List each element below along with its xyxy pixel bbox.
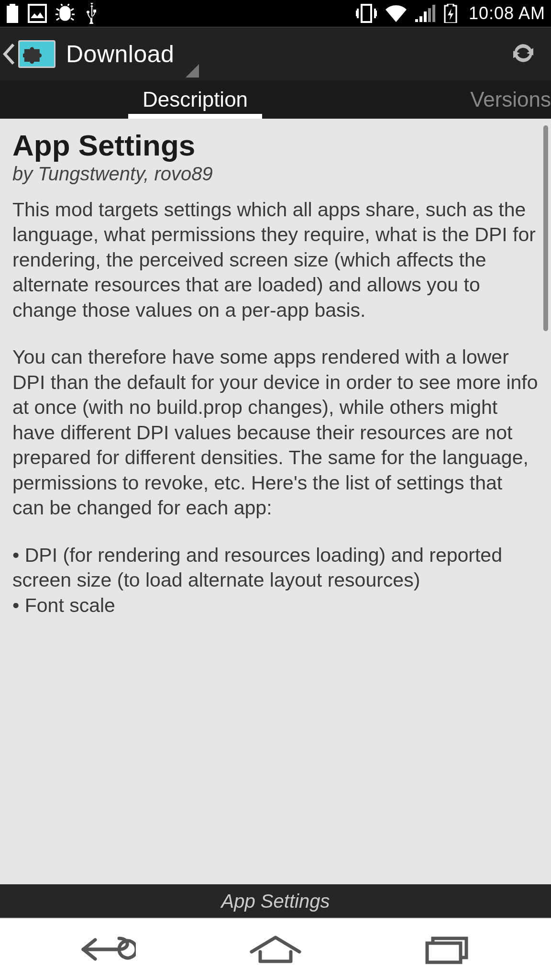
description-paragraph: This mod targets settings which all apps… [12,197,539,323]
back-icon [74,933,136,966]
description-scroll[interactable]: App Settings by Tungstwenty, rovo89 This… [0,119,551,884]
tab-versions[interactable]: Versions [461,80,551,119]
vibrate-icon [356,4,377,23]
xposed-app-icon [18,40,55,68]
navigation-bar [0,918,551,980]
svg-rect-2 [362,5,371,22]
status-bar: 10:08 AM [0,0,551,27]
cellular-signal-icon [415,5,435,22]
svg-rect-0 [9,13,16,21]
content-area: App Settings by Tungstwenty, rovo89 This… [0,119,551,884]
status-clock: 10:08 AM [469,3,545,23]
action-bar: Download [0,27,551,80]
usb-icon [83,3,98,24]
action-bar-title[interactable]: Download [66,40,174,68]
tab-description[interactable]: Description [128,80,262,119]
module-author: by Tungstwenty, rovo89 [12,163,539,185]
home-icon [247,933,304,966]
tab-bar: Description Versions [0,80,551,119]
navigate-up-button[interactable] [0,27,66,80]
wifi-icon [386,5,407,22]
svg-rect-3 [427,943,461,962]
description-paragraph: • DPI (for rendering and resources loadi… [12,543,539,618]
nav-recents-button[interactable] [398,925,494,973]
bottom-context-bar: App Settings [0,884,551,918]
bottom-context-label: App Settings [221,891,330,912]
recents-icon [418,933,475,966]
battery-charging-icon [444,4,457,23]
refresh-button[interactable] [510,40,541,68]
nav-back-button[interactable] [57,925,153,973]
nav-home-button[interactable] [228,925,323,973]
spinner-indicator-icon[interactable] [186,64,199,78]
adb-bug-icon [55,4,75,23]
battery-icon [6,4,19,23]
svg-rect-1 [29,5,46,22]
chevron-left-icon [3,44,15,65]
refresh-icon [510,40,537,67]
module-title: App Settings [12,128,539,162]
gallery-icon [28,4,47,23]
scrollbar-thumb[interactable] [543,125,548,331]
description-paragraph: You can therefore have some apps rendere… [12,345,539,520]
